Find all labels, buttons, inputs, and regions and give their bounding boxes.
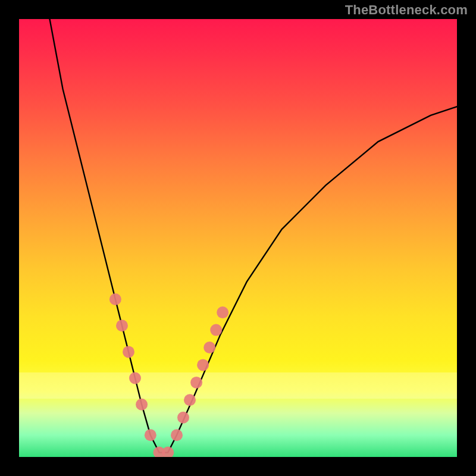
marker-dot [136,399,148,411]
marker-dot [177,412,189,424]
curve-line [50,19,458,453]
marker-dot [162,447,174,457]
marker-dot [217,306,228,318]
chart-frame: TheBottleneck.com [0,0,476,476]
highlighted-markers [109,293,228,457]
marker-dot [190,377,202,389]
marker-dot [184,394,196,406]
marker-dot [145,429,156,441]
bottleneck-curve [50,19,458,453]
marker-dot [197,359,209,371]
chart-svg [19,19,457,457]
marker-dot [109,293,121,305]
marker-dot [171,429,183,441]
chart-plot-area [19,19,457,457]
marker-dot [129,372,141,384]
marker-dot [123,346,134,358]
marker-dot [116,320,128,331]
marker-dot [210,324,222,336]
marker-dot [203,342,215,353]
watermark-text: TheBottleneck.com [345,2,468,18]
